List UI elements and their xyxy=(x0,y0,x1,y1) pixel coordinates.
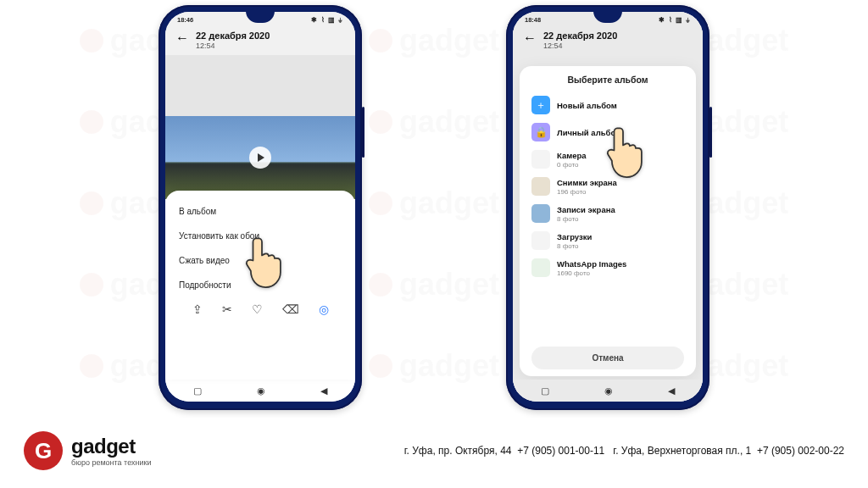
album-row[interactable]: Загрузки8 фото xyxy=(526,227,689,254)
brand-name: gadget xyxy=(71,435,151,458)
menu-item-details[interactable]: Подробности xyxy=(179,273,342,297)
album-thumb-icon xyxy=(531,204,550,223)
nav-home-icon[interactable]: ◉ xyxy=(257,385,265,396)
album-count: 1690 фото xyxy=(557,269,626,277)
album-picker-sheet: Выберите альбом ＋Новый альбом🔒Личный аль… xyxy=(520,66,696,376)
album-count: 8 фото xyxy=(557,215,615,223)
share-icon[interactable]: ⇪ xyxy=(192,302,203,316)
sheet-title: Выберите альбом xyxy=(526,75,689,85)
phone-mockup-right: 18:48 ✱ ⌇ ▥ ⏚ ← 22 декабря 2020 12:54 Вы… xyxy=(506,5,709,410)
album-row[interactable]: ＋Новый альбом xyxy=(526,92,689,119)
phone-1: +7 (905) 001-00-11 xyxy=(517,445,604,457)
cancel-button[interactable]: Отмена xyxy=(531,347,684,369)
album-name: Камера xyxy=(557,151,587,160)
album-count: 8 фото xyxy=(557,242,592,250)
android-navbar: ▢ ◉ ◀ xyxy=(165,380,355,402)
phone-mockup-left: 18:46 ✱ ⌇ ▥ ⏚ ← 22 декабря 2020 12:54 В … xyxy=(159,5,362,410)
contact-addresses: г. Уфа, пр. Октября, 44 +7 (905) 001-00-… xyxy=(404,445,844,457)
delete-icon[interactable]: ⌫ xyxy=(282,302,299,316)
album-list: ＋Новый альбом🔒Личный альбомКамера0 фотоС… xyxy=(526,92,689,341)
plus-icon: ＋ xyxy=(531,96,550,114)
album-row[interactable]: 🔒Личный альбом xyxy=(526,119,689,146)
header-time: 12:54 xyxy=(543,42,617,50)
logo-circle-icon: G xyxy=(24,431,63,470)
nav-recent-icon[interactable]: ▢ xyxy=(541,385,549,396)
album-name: Снимки экрана xyxy=(557,178,617,187)
video-thumbnail[interactable] xyxy=(165,116,355,199)
phone-screen: 18:48 ✱ ⌇ ▥ ⏚ ← 22 декабря 2020 12:54 Вы… xyxy=(513,12,703,402)
album-count: 0 фото xyxy=(557,161,587,169)
album-row[interactable]: Записи экрана8 фото xyxy=(526,200,689,227)
status-icons: ✱ ⌇ ▥ ⏚ xyxy=(659,16,691,24)
header-title: 22 декабря 2020 xyxy=(543,30,617,41)
header-title: 22 декабря 2020 xyxy=(196,30,270,41)
back-icon[interactable]: ← xyxy=(175,31,189,45)
album-name: Личный альбом xyxy=(557,128,621,137)
lock-icon: 🔒 xyxy=(531,123,550,141)
album-name: Записи экрана xyxy=(557,205,615,214)
album-thumb-icon xyxy=(531,231,550,250)
menu-item-set-wallpaper[interactable]: Установить как обои xyxy=(179,224,342,248)
album-thumb-icon xyxy=(531,258,550,277)
play-icon[interactable] xyxy=(249,147,271,169)
menu-item-to-album[interactable]: В альбом xyxy=(179,199,342,224)
cut-icon[interactable]: ✂ xyxy=(222,302,232,316)
brand-tagline: бюро ремонта техники xyxy=(71,458,151,467)
gallery-header: ← 22 декабря 2020 12:54 xyxy=(513,27,703,55)
phone-screen: 18:46 ✱ ⌇ ▥ ⏚ ← 22 декабря 2020 12:54 В … xyxy=(165,12,355,402)
android-navbar: ▢ ◉ ◀ xyxy=(513,380,703,402)
header-time: 12:54 xyxy=(196,42,270,50)
footer: G gadget бюро ремонта техники г. Уфа, пр… xyxy=(0,425,868,476)
album-thumb-icon xyxy=(531,150,550,169)
status-time: 18:48 xyxy=(525,16,541,24)
status-time: 18:46 xyxy=(177,16,193,24)
album-thumb-icon xyxy=(531,177,550,196)
gallery-header: ← 22 декабря 2020 12:54 xyxy=(165,27,355,55)
album-count: 196 фото xyxy=(557,188,617,196)
more-icon[interactable]: ◎ xyxy=(319,302,329,316)
nav-home-icon[interactable]: ◉ xyxy=(604,385,613,396)
album-row[interactable]: Снимки экрана196 фото xyxy=(526,173,689,200)
album-name: Загрузки xyxy=(557,232,592,241)
media-placeholder xyxy=(165,55,355,116)
album-name: WhatsApp Images xyxy=(557,259,626,269)
nav-recent-icon[interactable]: ▢ xyxy=(193,385,202,396)
brand-logo: G gadget бюро ремонта техники xyxy=(24,431,151,470)
album-name: Новый альбом xyxy=(557,101,617,110)
address-2: г. Уфа, Верхнеторговая пл., 1 xyxy=(613,445,751,457)
favorite-icon[interactable]: ♡ xyxy=(252,302,263,316)
menu-item-compress-video[interactable]: Сжать видео xyxy=(179,248,342,273)
nav-back-icon[interactable]: ◀ xyxy=(668,385,675,396)
back-icon[interactable]: ← xyxy=(523,31,537,45)
media-toolbar: ⇪ ✂ ♡ ⌫ ◎ xyxy=(179,297,342,319)
album-row[interactable]: WhatsApp Images1690 фото xyxy=(526,254,689,281)
album-row[interactable]: Камера0 фото xyxy=(526,146,689,173)
nav-back-icon[interactable]: ◀ xyxy=(320,385,327,396)
status-icons: ✱ ⌇ ▥ ⏚ xyxy=(311,16,343,24)
context-menu: В альбом Установить как обои Сжать видео… xyxy=(165,191,355,380)
phone-2: +7 (905) 002-00-22 xyxy=(757,445,844,457)
address-1: г. Уфа, пр. Октября, 44 xyxy=(404,445,512,457)
